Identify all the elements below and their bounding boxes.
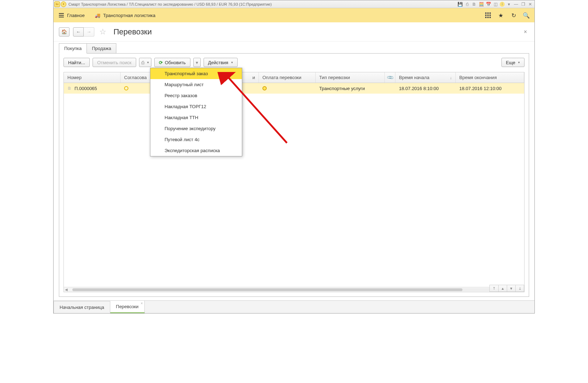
scroll-thumb[interactable] [72,288,462,291]
horizontal-scrollbar[interactable]: ◀ ▶ ⤒ ▲ ▼ ⤓ [64,287,524,292]
info-icon[interactable]: i [500,2,505,7]
dd-item-forwarder-receipt[interactable]: Экспедиторская расписка [150,145,242,156]
app-menu-dropdown[interactable] [61,1,66,7]
window-titlebar: 1c Смарт Транспортная Логистика / ТЛ.Спе… [54,0,534,8]
main-navbar: Главное 🚚 Транспортная логистика ★ ↻ 🔍 [54,8,534,22]
nav-logistics-label: Транспортная логистика [103,13,155,18]
col-start-time[interactable]: Время начала↓ [395,72,456,83]
col-attachment[interactable]: 📎 [385,72,395,83]
history-icon[interactable]: ↻ [510,12,517,18]
dd-item-order-registry[interactable]: Реестр заказов [150,90,242,101]
menu-icon [59,13,64,17]
search-icon[interactable]: 🔍 [523,12,529,18]
back-button[interactable]: ← [73,27,84,37]
cell-number: П.0000065 [74,86,97,91]
star-icon[interactable]: ☆ [99,27,106,37]
doc-icon[interactable]: 🗎 [471,1,477,7]
dd-item-transport-order[interactable]: Транспортный заказ [150,68,242,79]
bottom-tab-bar: Начальная страница Перевозки× [54,300,534,313]
chevron-down-icon: ▾ [518,61,520,64]
cancel-search-button: Отменить поиск [93,58,136,67]
cell-end: 18.07.2016 12:10:00 [456,86,524,91]
actions-button[interactable]: Действия▾ [204,58,238,67]
cell-start: 18.07.2016 8:10:00 [395,86,456,91]
chevron-down-icon: ▾ [231,61,233,64]
truck-icon: 🚚 [95,13,100,18]
scroll-left-icon[interactable]: ◀ [64,288,69,292]
printer-icon: ⎙ [142,60,144,65]
tab-buy[interactable]: Покупка [59,43,87,54]
calc-icon[interactable]: 🧮 [478,1,484,7]
actions-label: Действия [208,60,228,65]
window-title: Смарт Транспортная Логистика / ТЛ.Специа… [68,2,272,6]
find-button[interactable]: Найти... [63,58,90,67]
data-table: Номер Согласова и Оплата перевозки Тип п… [63,72,525,292]
close-page-icon[interactable]: × [524,29,529,35]
favorite-icon[interactable]: ★ [498,12,504,18]
scroll-down-icon[interactable]: ▼ [507,285,515,292]
bottom-tab-home[interactable]: Начальная страница [54,301,110,313]
close-window-icon[interactable]: ✕ [527,1,533,7]
document-icon: 🗎 [67,86,72,91]
nav-main-label: Главное [67,13,85,18]
home-button[interactable]: 🏠 [59,27,70,37]
refresh-label: Обновить [165,60,186,65]
col-type[interactable]: Тип перевозки [316,72,385,83]
nav-logistics[interactable]: 🚚 Транспортная логистика [95,13,155,18]
status-icon [124,86,128,90]
scroll-bottom-icon[interactable]: ⤓ [515,285,524,292]
save-icon[interactable]: 💾 [457,1,463,7]
forward-button[interactable]: → [84,27,94,37]
maximize-icon[interactable]: ❐ [520,1,526,7]
status-icon [262,86,267,90]
filter-button[interactable]: ▾ [193,58,201,67]
col-payment[interactable]: Оплата перевозки [259,72,316,83]
refresh-icon: ⟳ [159,60,163,65]
calendar-icon[interactable]: 📅 [486,1,491,7]
page-header: 🏠 ← → ☆ Перевозки × [54,22,534,41]
dd-item-forwarder-order[interactable]: Поручение экспедитору [150,123,242,134]
tab-strip: Покупка Продажа [59,43,529,53]
refresh-button[interactable]: ⟳Обновить [154,58,190,67]
app-logo-icon: 1c [54,1,60,7]
dd-item-route-sheet[interactable]: Маршрутный лист [150,79,242,90]
scroll-top-icon[interactable]: ⤒ [490,285,498,292]
table-row[interactable]: 🗎П.0000065 Транспортные услуги 18.07.201… [64,83,524,94]
info-dd-icon[interactable]: ▾ [506,1,512,7]
print-dropdown-button[interactable]: ⎙▾ [139,58,151,67]
paperclip-icon: 📎 [386,74,394,82]
dd-item-ttn[interactable]: Накладная ТТН [150,112,242,123]
minimize-icon[interactable]: — [513,1,519,7]
panels-icon[interactable]: ◫ [493,1,498,7]
scroll-up-icon[interactable]: ▲ [498,285,507,292]
tab-sell[interactable]: Продажа [87,43,116,54]
cell-type: Транспортные услуги [316,86,385,91]
close-tab-icon[interactable]: × [141,301,143,305]
col-number[interactable]: Номер [64,72,121,83]
nav-main[interactable]: Главное [59,13,85,18]
apps-grid-icon[interactable] [485,12,491,18]
more-button[interactable]: Еще▾ [501,58,525,67]
dd-item-waybill-4c[interactable]: Путевой лист 4с [150,134,242,145]
dd-item-torg12[interactable]: Накладная ТОРГ12 [150,101,242,112]
page-title: Перевозки [113,27,152,37]
col-end-time[interactable]: Время окончания [456,72,524,83]
funnel-icon: ▾ [196,60,198,65]
print-dropdown-menu: Транспортный заказ Маршрутный лист Реест… [150,68,242,156]
print-icon[interactable]: ⎙ [464,1,470,7]
more-label: Еще [506,60,515,65]
sort-down-icon: ↓ [450,76,452,80]
bottom-tab-transports[interactable]: Перевозки× [110,300,145,313]
chevron-down-icon: ▾ [147,61,149,64]
col-agreed[interactable]: Согласова [121,72,152,83]
